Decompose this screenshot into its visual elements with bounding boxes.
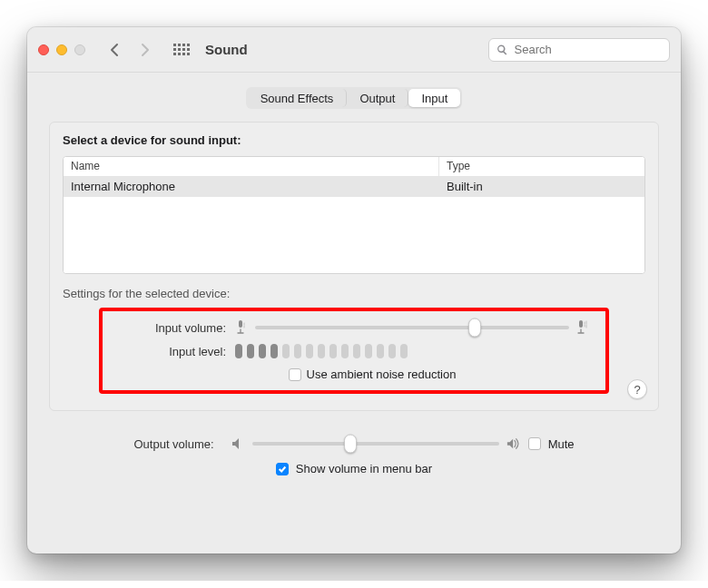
level-bar	[341, 344, 349, 358]
input-volume-label: Input volume:	[119, 321, 226, 335]
output-volume-slider[interactable]	[252, 442, 499, 446]
input-volume-slider-area	[235, 320, 589, 335]
level-bar	[294, 344, 301, 358]
table-row[interactable]: Internal Microphone Built-in	[64, 177, 644, 197]
zoom-window-button	[74, 44, 85, 55]
menubar-label: Show volume in menu bar	[296, 462, 432, 475]
table-empty-area	[64, 197, 644, 273]
tab-sound-effects[interactable]: Sound Effects	[248, 89, 348, 107]
forward-button	[134, 39, 156, 61]
sound-tabs: Sound Effects Output Input	[246, 87, 463, 109]
grid-icon	[173, 42, 190, 58]
tab-output[interactable]: Output	[347, 89, 408, 107]
titlebar: Sound	[27, 27, 681, 73]
mute-label: Mute	[548, 437, 575, 451]
noise-reduction-checkbox[interactable]	[289, 368, 301, 381]
output-volume-knob[interactable]	[344, 435, 357, 454]
window-title: Sound	[205, 42, 248, 57]
level-bar	[282, 344, 290, 358]
output-volume-slider-area	[231, 436, 521, 451]
table-header: Name Type	[64, 157, 644, 177]
level-bar	[365, 344, 372, 358]
input-volume-slider[interactable]	[255, 326, 569, 329]
input-volume-knob[interactable]	[468, 318, 481, 338]
input-panel: Select a device for sound input: Name Ty…	[49, 122, 659, 411]
noise-reduction-row: Use ambient noise reduction	[155, 368, 589, 381]
level-bar	[306, 344, 313, 358]
help-button[interactable]: ?	[627, 379, 647, 399]
input-level-meter	[235, 344, 408, 358]
mic-high-icon	[576, 320, 589, 335]
level-bar	[270, 344, 278, 358]
output-volume-row: Output volume: Mute	[49, 436, 659, 451]
mute-checkbox[interactable]	[528, 437, 541, 450]
search-icon	[497, 44, 508, 56]
input-level-row: Input level:	[119, 344, 589, 358]
level-bar	[353, 344, 360, 358]
content-area: Sound Effects Output Input Select a devi…	[27, 73, 681, 554]
level-bar	[329, 344, 337, 358]
svg-rect-0	[239, 320, 242, 328]
input-device-table: Name Type Internal Microphone Built-in	[63, 156, 645, 274]
tab-input[interactable]: Input	[408, 89, 460, 107]
output-volume-label: Output volume:	[133, 437, 213, 451]
close-window-button[interactable]	[38, 44, 49, 55]
search-field[interactable]	[488, 38, 670, 62]
device-type: Built-in	[439, 177, 644, 197]
level-bar	[259, 344, 266, 358]
noise-reduction-label: Use ambient noise reduction	[307, 368, 457, 381]
back-button[interactable]	[103, 39, 125, 61]
sound-preferences-window: Sound Sound Effects Output Input Select …	[27, 27, 681, 554]
level-bar	[247, 344, 254, 358]
input-volume-row: Input volume:	[119, 320, 589, 335]
svg-rect-1	[579, 320, 583, 328]
speaker-low-icon	[231, 436, 245, 451]
minimize-window-button[interactable]	[56, 44, 67, 55]
speaker-high-icon	[506, 436, 521, 451]
settings-title: Settings for the selected device:	[63, 287, 645, 300]
show-all-button[interactable]	[171, 39, 192, 61]
level-bar	[400, 344, 408, 358]
panel-title: Select a device for sound input:	[63, 133, 645, 147]
menubar-checkbox[interactable]	[276, 463, 289, 475]
mic-low-icon	[235, 320, 248, 335]
level-bar	[377, 344, 384, 358]
window-traffic-lights	[38, 44, 85, 55]
menubar-row: Show volume in menu bar	[49, 462, 659, 475]
column-header-type[interactable]: Type	[439, 157, 644, 177]
level-bar	[388, 344, 396, 358]
level-bar	[235, 344, 242, 358]
highlighted-settings-area: Input volume:	[99, 308, 609, 394]
device-name: Internal Microphone	[64, 177, 439, 197]
column-header-name[interactable]: Name	[64, 157, 439, 177]
input-level-label: Input level:	[119, 345, 226, 358]
level-bar	[318, 344, 325, 358]
search-input[interactable]	[513, 42, 662, 57]
